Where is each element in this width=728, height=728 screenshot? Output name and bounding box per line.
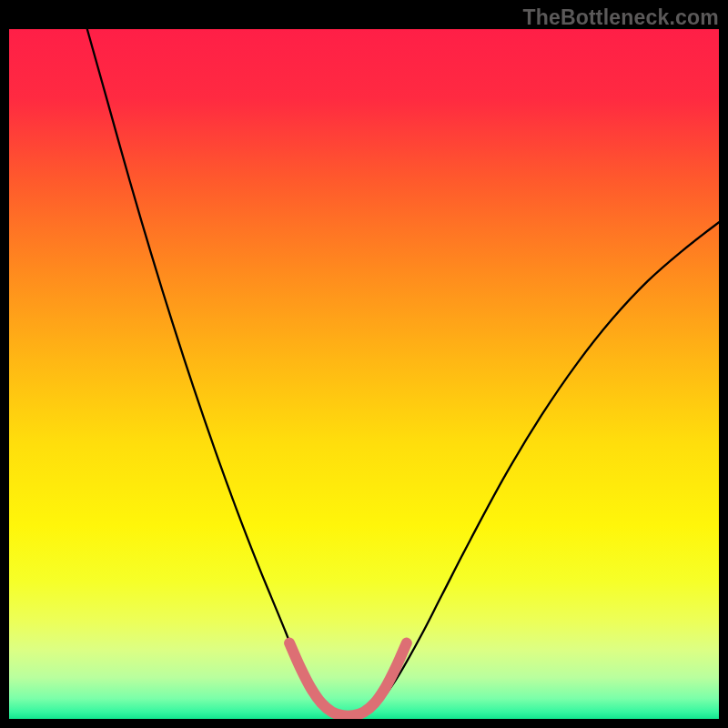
plot-area bbox=[9, 29, 719, 719]
curves-layer bbox=[9, 29, 719, 719]
left-curve bbox=[87, 29, 350, 716]
watermark-text: TheBottleneck.com bbox=[522, 5, 719, 30]
plot-inner bbox=[9, 29, 719, 719]
chart-container: TheBottleneck.com bbox=[0, 0, 728, 728]
bottom-highlight bbox=[289, 643, 407, 716]
